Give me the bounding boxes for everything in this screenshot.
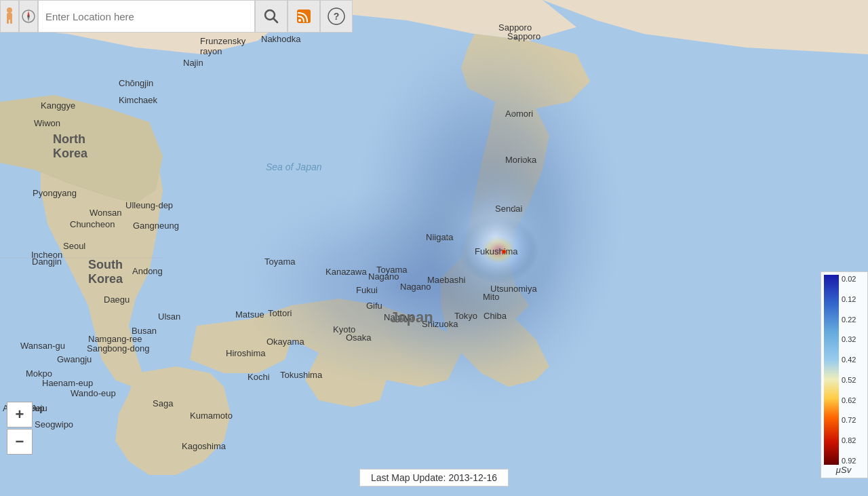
city-dot-fukushima xyxy=(502,250,506,254)
zoom-controls: + − xyxy=(7,401,33,455)
svg-rect-12 xyxy=(10,19,12,24)
rss-button[interactable] xyxy=(288,0,320,33)
compass-button[interactable] xyxy=(19,0,38,33)
city-dot-morioka xyxy=(522,158,525,161)
legend-value-4: 0.42 xyxy=(842,356,856,364)
svg-rect-10 xyxy=(7,13,12,20)
svg-point-20 xyxy=(298,19,301,22)
zoom-in-button[interactable]: + xyxy=(7,402,33,427)
svg-point-9 xyxy=(7,7,12,13)
legend-labels: 0.02 0.12 0.22 0.32 0.42 0.52 0.62 0.72 … xyxy=(842,275,856,465)
legend-value-3: 0.32 xyxy=(842,335,856,343)
pegman-button[interactable] xyxy=(0,0,19,33)
city-dot-aomori xyxy=(511,112,514,115)
map-container: Sapporo Sea of Japan NorthKorea SouthKor… xyxy=(0,0,868,496)
legend-gradient-canvas xyxy=(824,275,839,465)
city-dot-sapporo xyxy=(514,37,517,40)
legend-value-1: 0.12 xyxy=(842,295,856,303)
legend-value-6: 0.62 xyxy=(842,396,856,404)
search-button[interactable] xyxy=(255,0,288,33)
toolbar: ? xyxy=(0,0,366,33)
city-dot-tokyo xyxy=(468,314,471,317)
legend-value-7: 0.72 xyxy=(842,416,856,424)
legend-unit: μSv xyxy=(824,465,863,475)
legend-value-2: 0.22 xyxy=(842,316,856,324)
legend: 0.02 0.12 0.22 0.32 0.42 0.52 0.62 0.72 … xyxy=(821,271,868,478)
map-background xyxy=(0,0,868,496)
svg-text:?: ? xyxy=(334,11,340,22)
legend-value-0: 0.02 xyxy=(842,275,856,283)
search-input[interactable] xyxy=(38,0,255,33)
status-bar: Last Map Update: 2013-12-16 xyxy=(359,469,509,487)
city-dot-niigata xyxy=(446,236,449,239)
zoom-out-button[interactable]: − xyxy=(7,429,33,455)
legend-value-9: 0.92 xyxy=(842,457,856,465)
help-button[interactable]: ? xyxy=(320,0,353,33)
city-dot-sendai xyxy=(513,207,516,210)
svg-line-18 xyxy=(273,18,277,22)
legend-value-8: 0.82 xyxy=(842,436,856,444)
legend-value-5: 0.52 xyxy=(842,376,856,384)
svg-point-16 xyxy=(28,16,30,18)
svg-rect-11 xyxy=(7,19,9,24)
